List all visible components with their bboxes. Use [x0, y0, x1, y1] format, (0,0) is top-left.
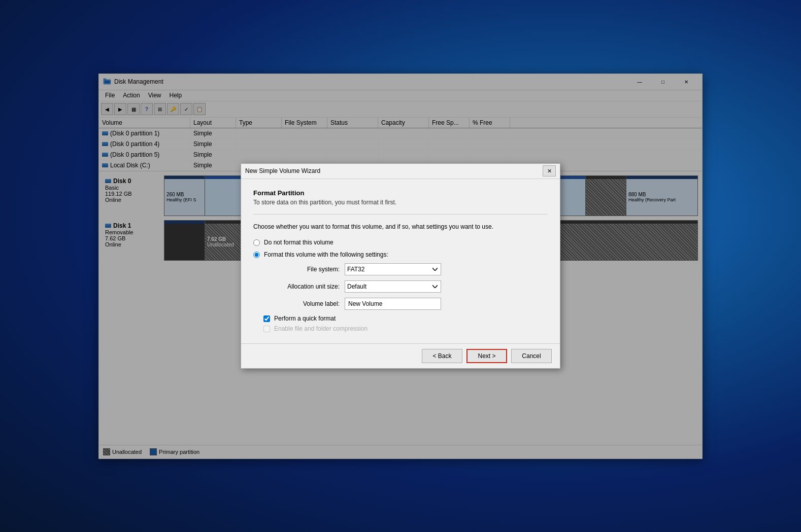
wizard-content: Format Partition To store data on this p… — [241, 179, 560, 344]
radio-no-format-label[interactable]: Do not format this volume — [264, 239, 333, 246]
wizard-description: Choose whether you want to format this v… — [253, 223, 548, 231]
main-window: Disk Management — □ ✕ File Action View H… — [98, 74, 703, 459]
wizard-separator — [253, 214, 548, 215]
filesystem-row: File system: FAT32 NTFS exFAT — [263, 263, 548, 275]
quick-format-label[interactable]: Perform a quick format — [274, 315, 336, 322]
modal-overlay: New Simple Volume Wizard ✕ Format Partit… — [99, 74, 702, 458]
filesystem-label: File system: — [263, 266, 345, 273]
filesystem-select[interactable]: FAT32 NTFS exFAT — [345, 263, 441, 275]
radio-no-format-option: Do not format this volume — [253, 239, 548, 246]
wizard-title: New Simple Volume Wizard — [245, 167, 543, 174]
wizard-section-title: Format Partition — [253, 189, 548, 197]
allocation-row: Allocation unit size: Default 512 1024 2… — [263, 280, 548, 293]
volume-label-row: Volume label: — [263, 298, 548, 310]
quick-format-checkbox[interactable] — [263, 315, 270, 322]
cancel-button[interactable]: Cancel — [511, 349, 552, 363]
radio-format-option: Format this volume with the following se… — [253, 251, 548, 258]
next-button[interactable]: Next > — [466, 349, 507, 363]
radio-format-label[interactable]: Format this volume with the following se… — [264, 251, 388, 258]
back-button[interactable]: < Back — [422, 349, 462, 363]
wizard-close-button[interactable]: ✕ — [543, 165, 556, 176]
compression-label: Enable file and folder compression — [274, 325, 368, 332]
wizard-section-desc: To store data on this partition, you mus… — [253, 199, 548, 206]
compression-checkbox[interactable] — [263, 326, 270, 332]
compression-row: Enable file and folder compression — [263, 325, 548, 332]
radio-no-format[interactable] — [253, 239, 260, 246]
wizard-footer: < Back Next > Cancel — [241, 343, 560, 368]
volume-label-label: Volume label: — [263, 300, 345, 307]
radio-format[interactable] — [253, 252, 260, 258]
allocation-select[interactable]: Default 512 1024 2048 4096 — [345, 280, 441, 293]
wizard-dialog: New Simple Volume Wizard ✕ Format Partit… — [241, 163, 560, 369]
volume-label-input[interactable] — [345, 298, 441, 310]
allocation-label: Allocation unit size: — [263, 283, 345, 290]
format-settings: File system: FAT32 NTFS exFAT Allocation… — [263, 263, 548, 310]
quick-format-row: Perform a quick format — [263, 315, 548, 322]
wizard-title-bar: New Simple Volume Wizard ✕ — [241, 164, 560, 179]
